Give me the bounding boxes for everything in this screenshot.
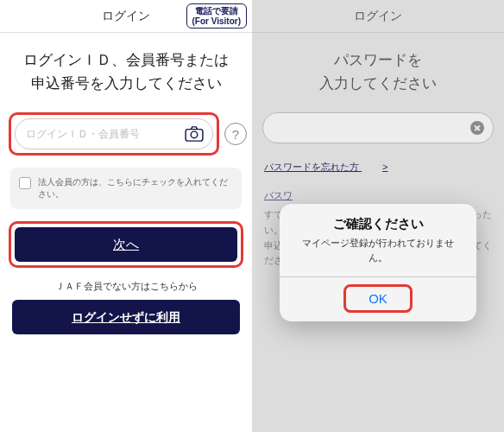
- header: ログイン: [252, 0, 504, 33]
- svg-point-1: [191, 131, 198, 138]
- alert-ok-highlight: OK: [343, 284, 413, 313]
- alert-title: ご確認ください: [280, 204, 476, 234]
- corporate-checkbox-label: 法人会員の方は、こちらにチェックを入れてください。: [38, 176, 233, 200]
- login-id-input[interactable]: [24, 127, 185, 141]
- next-button[interactable]: 次へ: [15, 227, 237, 262]
- camera-icon[interactable]: [185, 126, 204, 142]
- header-title: ログイン: [354, 9, 402, 24]
- alert-message: マイページ登録が行われておりません。: [280, 234, 476, 276]
- instruction-text: パスワードを 入力してください: [252, 33, 504, 112]
- help-icon[interactable]: ?: [224, 123, 247, 145]
- visitor-call-line1: 電話で要請: [192, 6, 241, 16]
- alert-dialog: ご確認ください マイページ登録が行われておりません。 OK: [280, 204, 476, 321]
- corporate-checkbox[interactable]: [19, 177, 31, 189]
- nonmember-note: ＪＡＦ会員でない方はこちらから: [0, 280, 252, 293]
- password-input-container[interactable]: [262, 112, 494, 143]
- chevron-right-icon: >: [382, 162, 387, 172]
- visitor-call-button[interactable]: 電話で要請 (For Visitor): [186, 3, 247, 29]
- id-input-container: [15, 118, 213, 149]
- forgot-password-link[interactable]: パスワードを忘れた方 >: [264, 161, 492, 174]
- visitor-call-line2: (For Visitor): [192, 16, 241, 27]
- clear-icon[interactable]: [470, 121, 484, 135]
- background-link: パスワ: [264, 189, 492, 202]
- alert-ok-button[interactable]: OK: [350, 289, 406, 308]
- header-title: ログイン: [102, 9, 150, 24]
- use-without-login-button[interactable]: ログインせずに利用: [12, 300, 240, 334]
- id-input-highlight: [9, 112, 219, 156]
- screen-login-password: ログイン パスワードを 入力してください パスワードを忘れた方 > パスワ すで…: [252, 0, 504, 432]
- screen-login-id: ログイン 電話で要請 (For Visitor) ログインＩＤ、会員番号または …: [0, 0, 252, 432]
- instruction-text: ログインＩＤ、会員番号または 申込番号を入力してください: [0, 33, 252, 112]
- corporate-checkbox-box[interactable]: 法人会員の方は、こちらにチェックを入れてください。: [10, 168, 242, 209]
- next-button-highlight: 次へ: [9, 221, 243, 268]
- header: ログイン 電話で要請 (For Visitor): [0, 0, 252, 33]
